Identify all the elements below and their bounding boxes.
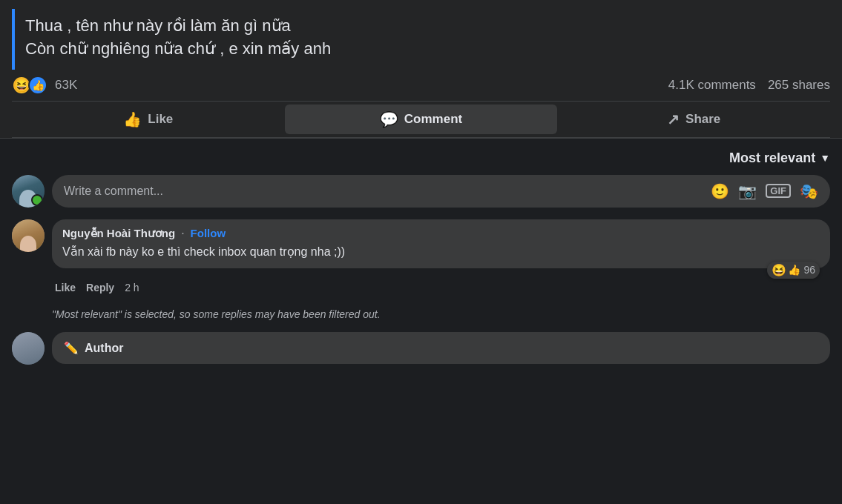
author-row: ✏️ Author: [12, 332, 830, 365]
comment-actions: Like Reply 2 h: [52, 282, 830, 294]
comment-time: 2 h: [125, 282, 139, 294]
like-button[interactable]: 👍 Like: [12, 105, 285, 134]
comment-input-box[interactable]: Write a comment... 🙂 📷 GIF 🎭: [52, 175, 830, 208]
reactions-bar: 😆 👍 63K 4.1K comments 265 shares: [12, 70, 830, 102]
comment-button[interactable]: 💬 Comment: [285, 105, 558, 134]
comment-haha-icon: 😆: [772, 263, 786, 277]
author-pencil-icon: ✏️: [64, 341, 79, 355]
comments-section: Most relevant ▼ Write a comment... 🙂 📷 G…: [0, 139, 842, 371]
gif-icon[interactable]: GIF: [766, 184, 791, 198]
comment-reactions: 😆 👍 96: [767, 262, 820, 279]
share-button[interactable]: ↗ Share: [557, 105, 830, 134]
comment-reply-button[interactable]: Reply: [86, 282, 114, 294]
camera-icon[interactable]: 📷: [738, 182, 757, 200]
filter-note: "Most relevant" is selected, so some rep…: [12, 302, 830, 326]
author-bubble: ✏️ Author: [52, 332, 830, 364]
comment-input-row: Write a comment... 🙂 📷 GIF 🎭: [12, 175, 830, 208]
comment-author-name: Nguyễn Hoài Thương: [62, 227, 175, 240]
comment-dot: ·: [181, 227, 184, 240]
post-line2: Còn chữ nghiêng nữa chứ , e xin mấy anh: [25, 38, 830, 61]
comment-placeholder: Write a comment...: [64, 185, 163, 198]
comment-label: Comment: [404, 112, 462, 127]
post-text: Thua , tên như này rồi làm ăn gì nữa Còn…: [12, 9, 830, 70]
reactions-right: 4.1K comments 265 shares: [668, 78, 830, 93]
reactions-left: 😆 👍 63K: [12, 76, 77, 95]
post-line1: Thua , tên như này rồi làm ăn gì nữa: [25, 15, 830, 38]
share-icon: ↗: [667, 110, 680, 128]
comment-author-row: Nguyễn Hoài Thương · Follow: [62, 227, 820, 240]
author-avatar: [12, 332, 45, 365]
sort-bar: Most relevant ▼: [12, 145, 830, 175]
follow-button[interactable]: Follow: [191, 227, 226, 239]
sort-arrow-icon: ▼: [820, 152, 830, 164]
sticker-icon[interactable]: 🎭: [800, 182, 818, 200]
reaction-count: 63K: [55, 78, 77, 93]
author-label: Author: [85, 342, 123, 355]
comment-text: Vẫn xài fb này ko e thì check inbox quan…: [62, 243, 820, 261]
comment-item: Nguyễn Hoài Thương · Follow Vẫn xài fb n…: [12, 219, 830, 294]
comment-icon: 💬: [380, 110, 398, 128]
comment-bubble: Nguyễn Hoài Thương · Follow Vẫn xài fb n…: [52, 219, 830, 268]
input-icons: 🙂 📷 GIF 🎭: [711, 182, 818, 200]
comment-like-button[interactable]: Like: [55, 282, 76, 294]
comment-like-icon: 👍: [788, 264, 800, 276]
share-label: Share: [685, 112, 720, 127]
comments-count: 4.1K comments: [668, 78, 756, 93]
like-label: Like: [148, 112, 173, 127]
sort-label: Most relevant: [729, 150, 815, 166]
like-reaction-icon: 👍: [28, 76, 47, 95]
action-buttons: 👍 Like 💬 Comment ↗ Share: [12, 102, 830, 138]
current-user-avatar: [12, 175, 45, 208]
emoji-icon[interactable]: 🙂: [711, 182, 729, 200]
shares-count: 265 shares: [768, 78, 830, 93]
reaction-icons: 😆 👍: [12, 76, 45, 95]
comment-reaction-count: 96: [803, 264, 815, 276]
post-container: Thua , tên như này rồi làm ăn gì nữa Còn…: [0, 0, 842, 139]
commenter-avatar: [12, 219, 45, 252]
like-icon: 👍: [123, 110, 142, 128]
sort-button[interactable]: Most relevant ▼: [729, 150, 830, 166]
